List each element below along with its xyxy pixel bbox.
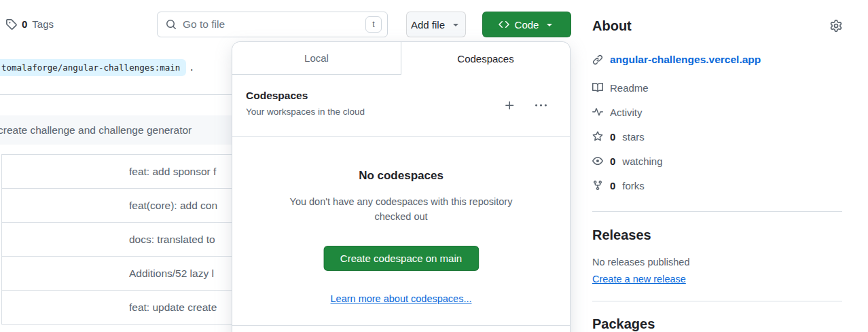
go-to-file-search[interactable]: t [157, 12, 388, 37]
no-codespaces-description: You don't have any codespaces with this … [289, 194, 513, 225]
website-link[interactable]: angular-challenges.vercel.app [610, 54, 761, 66]
keyboard-shortcut-badge: t [365, 16, 382, 33]
table-row[interactable]: Additions/52 lazy l [2, 257, 232, 291]
learn-more-link[interactable]: Learn more about codespaces... [331, 293, 472, 304]
commit-message: feat(core): add con [129, 200, 217, 211]
divider [232, 325, 570, 326]
codespaces-options-button[interactable] [530, 94, 551, 116]
kebab-menu-icon [535, 100, 547, 111]
repo-sidebar: About angular-challenges.vercel.app Read… [592, 0, 842, 332]
item-label: forks [622, 180, 645, 191]
table-row[interactable]: feat: add sponsor f [2, 155, 232, 189]
commit-message: docs: translated to [129, 234, 215, 245]
item-label: Activity [610, 107, 643, 118]
learn-more-wrapper: Learn more about codespaces... [232, 293, 570, 304]
codespaces-panel-header: Codespaces Your workspaces in the cloud [232, 75, 570, 136]
tags-link[interactable]: 0 Tags [5, 18, 54, 30]
item-label: watching [622, 155, 662, 167]
latest-commit-row[interactable]: create challenge and challenge generator [0, 115, 232, 145]
about-title: About [592, 18, 632, 34]
code-dropdown-panel: Local Codespaces Codespaces Your workspa… [232, 41, 571, 332]
add-file-label: Add file [411, 19, 445, 31]
tag-icon [5, 18, 17, 30]
commit-message: feat: update create [129, 301, 217, 313]
branch-ref-code: tomalaforge/angular-challenges:main [0, 59, 186, 76]
branch-reference: tomalaforge/angular-challenges:main. [0, 62, 194, 73]
latest-commit-message: create challenge and challenge generator [0, 124, 192, 136]
divider [592, 301, 842, 301]
tab-codespaces[interactable]: Codespaces [401, 42, 570, 75]
code-icon [499, 19, 509, 30]
create-codespace-button[interactable]: Create codespace on main [323, 246, 479, 271]
table-row[interactable]: feat(core): add con [2, 189, 232, 223]
create-release-link[interactable]: Create a new release [592, 274, 686, 284]
gear-icon [830, 20, 842, 32]
link-icon [592, 54, 603, 65]
sidebar-list: Readme Activity 0 stars 0 watching 0 for… [592, 75, 842, 198]
tags-count: 0 [22, 18, 27, 30]
search-icon [166, 19, 177, 30]
tab-local[interactable]: Local [232, 42, 401, 75]
book-icon [592, 82, 603, 93]
sidebar-item-readme[interactable]: Readme [592, 75, 842, 100]
releases-title: Releases [592, 227, 842, 243]
add-file-button[interactable]: Add file [406, 12, 466, 37]
plus-icon [504, 100, 516, 111]
item-count: 0 [610, 131, 615, 143]
code-dropdown-tabs: Local Codespaces [232, 42, 570, 75]
fork-icon [592, 180, 603, 191]
commit-message: Additions/52 lazy l [129, 268, 214, 279]
branch-ref-period: . [189, 62, 194, 73]
commit-message: feat: add sponsor f [129, 166, 216, 177]
table-row[interactable]: feat: update create [2, 291, 232, 325]
eye-icon [592, 155, 603, 166]
item-label: stars [622, 131, 645, 143]
star-icon [592, 131, 603, 142]
pulse-icon [592, 107, 603, 117]
edit-repo-details-button[interactable] [830, 20, 842, 32]
packages-title: Packages [592, 316, 842, 332]
sidebar-item-stars[interactable]: 0 stars [592, 124, 842, 149]
file-table: feat: add sponsor f feat(core): add con … [1, 154, 232, 325]
no-releases-text: No releases published [592, 257, 842, 268]
chevron-down-icon [450, 19, 461, 30]
sidebar-item-activity[interactable]: Activity [592, 100, 842, 124]
no-codespaces-heading: No codespaces [232, 169, 570, 183]
tags-label: Tags [32, 18, 54, 30]
item-count: 0 [610, 155, 615, 167]
item-count: 0 [610, 180, 615, 191]
code-button-label: Code [515, 19, 539, 31]
divider [232, 136, 570, 137]
search-input[interactable] [183, 18, 359, 31]
table-row[interactable]: docs: translated to [2, 223, 232, 257]
item-label: Readme [610, 82, 649, 94]
sidebar-item-forks[interactable]: 0 forks [592, 173, 842, 198]
website-row: angular-challenges.vercel.app [592, 52, 842, 67]
new-codespace-button[interactable] [499, 94, 520, 116]
divider [592, 211, 842, 212]
triangle-down-icon [544, 19, 555, 30]
divider [0, 94, 232, 95]
code-button[interactable]: Code [482, 12, 571, 37]
sidebar-item-watching[interactable]: 0 watching [592, 149, 842, 173]
